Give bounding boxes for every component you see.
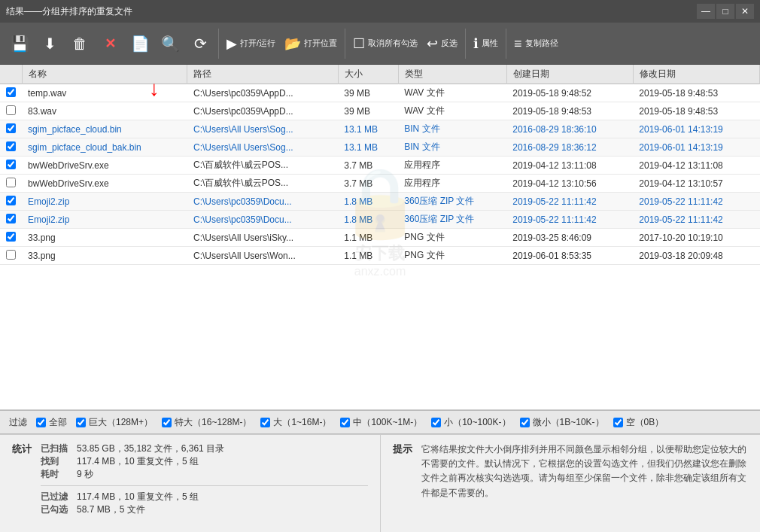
file-table: 名称 路径 大小 类型 创建日期 修改日期 temp.wavC:\Users\p… — [0, 65, 760, 265]
cancel-all-button[interactable]: ☐ 取消所有勾选 — [350, 26, 421, 62]
filter-small-label: 中（100K~1M-） — [353, 416, 422, 429]
table-row[interactable]: Emoji2.zipC:\Users\pc0359\Docu...1.8 MB3… — [0, 211, 760, 229]
row-checkbox-cell[interactable] — [0, 175, 22, 193]
filter-huge-checkbox[interactable] — [76, 418, 86, 427]
col-size[interactable]: 大小 — [338, 65, 398, 84]
row-checkbox[interactable] — [6, 250, 16, 260]
row-size: 13.1 MB — [338, 138, 398, 157]
row-size: 13.1 MB — [338, 120, 398, 138]
row-created: 2019-05-22 11:11:42 — [506, 211, 633, 229]
col-path[interactable]: 路径 — [187, 65, 338, 84]
reverse-select-label: 反选 — [441, 38, 458, 49]
filter-tiny-checkbox[interactable] — [431, 418, 441, 427]
stats-filtered-value: 117.4 MB，10 重复文件，5 组 — [77, 491, 199, 503]
save-button[interactable]: 💾 — [6, 26, 33, 62]
recycle-button[interactable]: 🗑 — [66, 26, 93, 62]
refresh-button[interactable]: ⟳ — [187, 26, 214, 62]
reverse-select-button[interactable]: ↩ 反选 — [424, 26, 461, 62]
row-checkbox-cell[interactable] — [0, 84, 22, 102]
stats-filtered-row: 已过滤 117.4 MB，10 重复文件，5 组 — [41, 491, 368, 503]
row-checkbox[interactable] — [6, 141, 16, 151]
bottom-panel: 统计 已扫描 53.85 GB，35,182 文件，6,361 目录 找到 11… — [0, 434, 760, 532]
copy-path-button[interactable]: ≡ 复制路径 — [511, 26, 561, 62]
row-checkbox-cell[interactable] — [0, 157, 22, 175]
filter-small[interactable]: 中（100K~1M-） — [340, 416, 422, 429]
row-checkbox[interactable] — [6, 123, 16, 133]
table-row[interactable]: bwWebDriveSrv.exeC:\百威软件\威云POS...3.7 MB应… — [0, 175, 760, 193]
row-modified: 2019-05-18 9:48:53 — [633, 102, 759, 120]
filter-large[interactable]: 特大（16~128M-） — [162, 416, 251, 429]
export-button[interactable]: ⬇ — [36, 26, 63, 62]
stats-filtered-label: 已过滤 — [41, 491, 71, 503]
row-checkbox[interactable] — [6, 178, 16, 187]
filter-empty[interactable]: 空（0B） — [613, 416, 664, 429]
stats-title: 统计 — [12, 442, 32, 456]
row-name: bwWebDriveSrv.exe — [22, 157, 187, 175]
filter-large-checkbox[interactable] — [162, 418, 172, 427]
filter-micro[interactable]: 微小（1B~10K-） — [520, 416, 604, 429]
table-row[interactable]: 83.wavC:\Users\pc0359\AppD...39 MBWAV 文件… — [0, 102, 760, 120]
row-created: 2016-08-29 18:36:10 — [506, 120, 633, 138]
open-run-button[interactable]: ▶ 打开/运行 — [223, 26, 278, 62]
row-checkbox-cell[interactable] — [0, 138, 22, 157]
delete-button[interactable]: ✕ — [96, 26, 123, 62]
minimize-button[interactable]: — — [697, 4, 715, 19]
row-checkbox-cell[interactable] — [0, 120, 22, 138]
open-location-button[interactable]: 📂 打开位置 — [281, 26, 340, 62]
stats-selected-value: 58.7 MB，5 文件 — [77, 503, 145, 516]
filter-micro-checkbox[interactable] — [520, 418, 530, 427]
col-type[interactable]: 类型 — [398, 65, 506, 84]
row-checkbox-cell[interactable] — [0, 247, 22, 265]
row-modified: 2019-04-12 13:11:08 — [633, 157, 759, 175]
filter-huge[interactable]: 巨大（128M+） — [76, 416, 153, 429]
filter-medium[interactable]: 大（1~16M-） — [260, 416, 331, 429]
file-list[interactable]: 名称 路径 大小 类型 创建日期 修改日期 temp.wavC:\Users\p… — [0, 65, 760, 410]
row-size: 1.1 MB — [338, 229, 398, 247]
col-checkbox — [0, 65, 22, 84]
table-row[interactable]: 33.pngC:\Users\All Users\Won...1.1 MBPNG… — [0, 247, 760, 265]
properties-button[interactable]: ℹ 属性 — [470, 26, 501, 62]
window-title: 结果——分组并排序的重复文件 — [6, 5, 132, 18]
filter-all[interactable]: 全部 — [36, 416, 67, 429]
col-name[interactable]: 名称 — [22, 65, 187, 84]
row-created: 2016-08-29 18:36:12 — [506, 138, 633, 157]
row-checkbox[interactable] — [6, 232, 16, 242]
col-modified[interactable]: 修改日期 — [633, 65, 759, 84]
filter-micro-label: 微小（1B~10K-） — [533, 416, 604, 429]
maximize-button[interactable]: □ — [716, 4, 734, 19]
filter-medium-checkbox[interactable] — [260, 418, 270, 427]
row-checkbox-cell[interactable] — [0, 102, 22, 120]
row-checkbox[interactable] — [6, 160, 16, 169]
file-button[interactable]: 📄 — [126, 26, 154, 62]
search-button[interactable]: 🔍 — [157, 26, 184, 62]
stats-found-value: 117.4 MB，10 重复文件，5 组 — [77, 455, 199, 468]
filter-all-checkbox[interactable] — [36, 418, 46, 427]
row-checkbox-cell[interactable] — [0, 193, 22, 211]
row-checkbox[interactable] — [6, 214, 16, 223]
filter-small-checkbox[interactable] — [340, 418, 350, 427]
row-path: C:\Users\All Users\iSky... — [187, 229, 338, 247]
row-path: C:\Users\pc0359\Docu... — [187, 193, 338, 211]
window-controls: — □ ✕ — [697, 4, 754, 19]
row-checkbox-cell[interactable] — [0, 229, 22, 247]
separator-3 — [465, 29, 466, 59]
table-row[interactable]: sgim_picface_cloud.binC:\Users\All Users… — [0, 120, 760, 138]
table-row[interactable]: Emoji2.zipC:\Users\pc0359\Docu...1.8 MB3… — [0, 193, 760, 211]
table-row[interactable]: sgim_picface_cloud_bak.binC:\Users\All U… — [0, 138, 760, 157]
table-row[interactable]: 33.pngC:\Users\All Users\iSky...1.1 MBPN… — [0, 229, 760, 247]
col-created[interactable]: 创建日期 — [506, 65, 633, 84]
stats-found-label: 找到 — [41, 455, 71, 468]
table-row[interactable]: temp.wavC:\Users\pc0359\AppD...39 MBWAV … — [0, 84, 760, 102]
row-checkbox-cell[interactable] — [0, 211, 22, 229]
filter-tiny[interactable]: 小（10~100K-） — [431, 416, 510, 429]
table-row[interactable]: bwWebDriveSrv.exeC:\百威软件\威云POS...3.7 MB应… — [0, 157, 760, 175]
open-location-icon: 📂 — [284, 37, 301, 50]
row-path: C:\Users\All Users\Won... — [187, 247, 338, 265]
close-button[interactable]: ✕ — [736, 4, 754, 19]
open-run-icon: ▶ — [226, 37, 237, 50]
row-created: 2019-05-18 9:48:52 — [506, 84, 633, 102]
row-checkbox[interactable] — [6, 196, 16, 205]
filter-empty-checkbox[interactable] — [613, 418, 623, 427]
row-checkbox[interactable] — [6, 87, 16, 97]
row-checkbox[interactable] — [6, 105, 16, 115]
